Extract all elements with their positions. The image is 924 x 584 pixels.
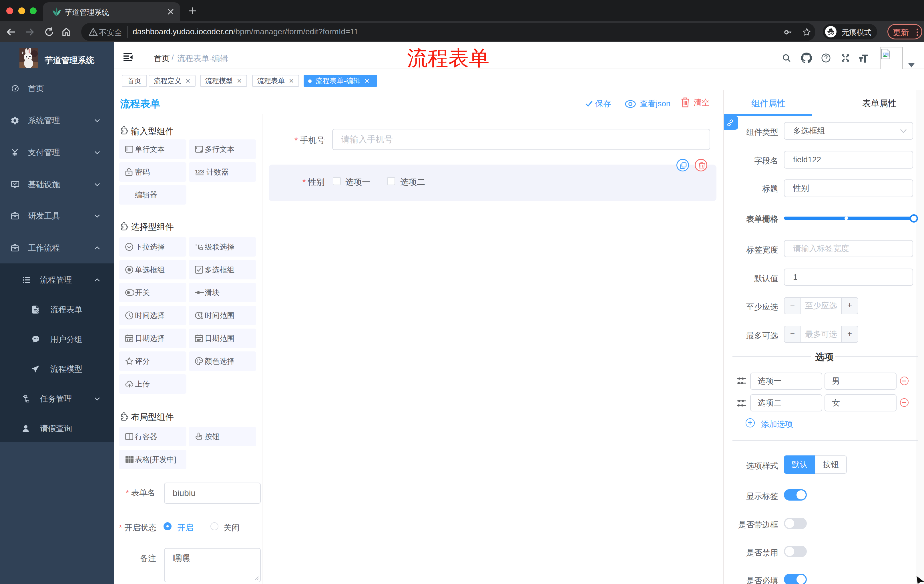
svg-text:123: 123 — [195, 169, 204, 174]
